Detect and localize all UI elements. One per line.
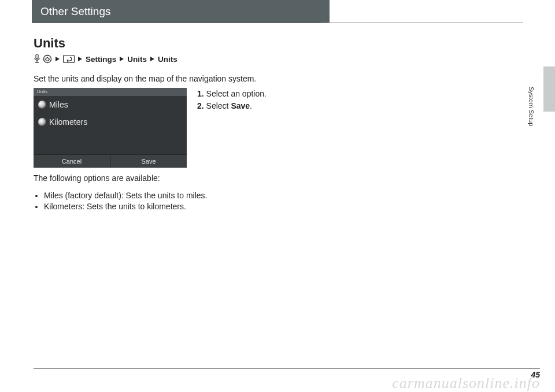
screenshot-button-row: Cancel Save [34, 154, 187, 168]
svg-rect-4 [64, 56, 75, 63]
breadcrumb-item: Units [127, 55, 147, 64]
step-text-bold: Save [231, 101, 250, 110]
option-name: Kilometers [44, 202, 82, 211]
step-text-post: . [250, 101, 252, 110]
screenshot-option-label: Miles [49, 100, 68, 109]
option-name: Miles [44, 191, 63, 200]
home-icon [43, 54, 52, 64]
svg-rect-0 [36, 54, 38, 59]
section-heading: Units [34, 36, 352, 51]
main-content: Units Settings Units [34, 36, 352, 211]
watermark-text: carmanualsonline.info [392, 375, 540, 392]
step-text-pre: Select [206, 101, 231, 110]
screenshot-option-miles[interactable]: Miles [34, 96, 187, 113]
screenshot-option-label: Kilometers [49, 117, 87, 127]
step-2: 2. Select Save. [197, 100, 267, 112]
voice-icon [34, 54, 40, 64]
chevron-right-icon [56, 57, 60, 61]
step-number: 2. [197, 101, 204, 110]
step-1: 1. Select an option. [197, 88, 267, 100]
radio-icon [38, 118, 46, 126]
description-text: Set the units and display on the map of … [34, 74, 352, 83]
chevron-right-icon [150, 57, 154, 61]
cancel-button[interactable]: Cancel [34, 155, 110, 168]
options-intro: The following options are available: [34, 173, 352, 183]
cancel-button-label: Cancel [62, 158, 82, 165]
footer-divider [34, 368, 540, 369]
step-number: 1. [197, 89, 204, 98]
breadcrumb-item: Units [158, 55, 177, 64]
device-screenshot: Units Miles Kilometers Cancel Save [34, 88, 187, 168]
option-note: (factory default): Sets the units to mil… [63, 191, 208, 200]
back-icon [63, 55, 75, 63]
svg-point-3 [44, 56, 51, 63]
screenshot-title: Units [34, 88, 187, 96]
list-item: Miles (factory default): Sets the units … [44, 191, 352, 200]
step-text: Select an option. [206, 89, 267, 98]
section-tab [543, 66, 555, 112]
list-item: Kilometers: Sets the units to kilometers… [44, 202, 352, 211]
page-header-title: Other Settings [40, 5, 110, 18]
chevron-right-icon [78, 57, 82, 61]
option-note: : Sets the units to kilometers. [82, 202, 186, 211]
header-divider [321, 23, 523, 23]
breadcrumb-item: Settings [86, 55, 116, 64]
save-button-label: Save [141, 158, 156, 165]
save-button[interactable]: Save [110, 155, 187, 168]
instruction-steps: 1. Select an option. 2. Select Save. [197, 88, 267, 112]
radio-icon [38, 101, 46, 109]
chevron-right-icon [120, 57, 124, 61]
screenshot-option-kilometers[interactable]: Kilometers [34, 113, 187, 131]
page-header: Other Settings [32, 0, 330, 23]
breadcrumb: Settings Units Units [34, 54, 352, 64]
options-list: Miles (factory default): Sets the units … [34, 191, 352, 211]
side-section-label: System Setup [528, 87, 535, 126]
